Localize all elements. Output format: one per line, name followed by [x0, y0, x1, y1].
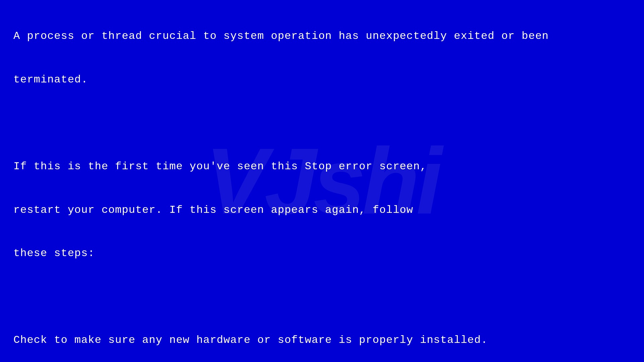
instructions-check-hardware-1: Check to make sure any new hardware or s… [13, 333, 631, 347]
instructions-first-time-3: these steps: [13, 246, 631, 260]
error-description-line-2: terminated. [13, 72, 631, 87]
blank-line [13, 290, 631, 304]
instructions-first-time-1: If this is the first time you've seen th… [13, 159, 631, 174]
blank-line [13, 116, 631, 130]
error-description-line-1: A process or thread crucial to system op… [13, 29, 631, 43]
bsod-screen: A process or thread crucial to system op… [13, 0, 631, 362]
instructions-first-time-2: restart your computer. If this screen ap… [13, 203, 631, 217]
